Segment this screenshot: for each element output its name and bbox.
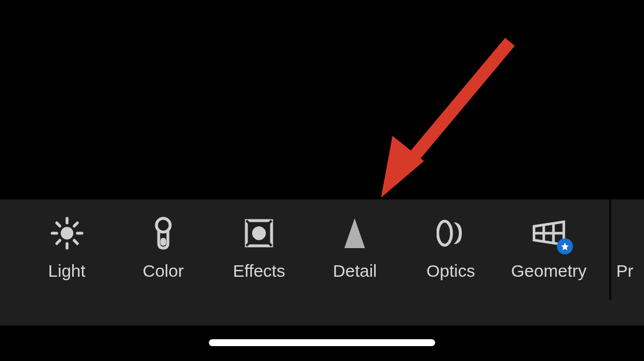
svg-point-14 [252, 226, 266, 240]
svg-rect-12 [160, 238, 166, 246]
svg-point-2 [61, 227, 73, 240]
detail-icon [342, 215, 367, 251]
light-icon [49, 215, 85, 251]
tool-label: Pr [616, 261, 633, 281]
color-icon [152, 215, 175, 251]
star-badge-icon [557, 238, 573, 254]
geometry-button[interactable]: Geometry [498, 215, 599, 281]
svg-line-8 [74, 241, 77, 244]
tool-label: Optics [426, 261, 475, 281]
preset-icon [616, 215, 633, 251]
svg-line-0 [402, 42, 510, 171]
toolbar-divider [609, 199, 611, 300]
light-button[interactable]: Light [0, 215, 115, 281]
effects-icon [244, 215, 274, 251]
tool-label: Effects [233, 261, 285, 281]
optics-icon [437, 215, 465, 251]
svg-line-7 [57, 223, 60, 226]
svg-line-9 [57, 241, 60, 244]
annotation-arrow [367, 37, 516, 209]
svg-point-16 [438, 221, 451, 245]
svg-marker-15 [344, 218, 365, 248]
svg-marker-1 [381, 136, 424, 198]
editing-toolbar: Light Color Effects Detail [0, 199, 644, 325]
preset-button-partial[interactable]: Pr [599, 215, 644, 281]
canvas-area [0, 0, 644, 199]
geometry-icon [532, 215, 566, 251]
home-indicator[interactable] [209, 339, 435, 346]
optics-button[interactable]: Optics [403, 215, 498, 281]
color-button[interactable]: Color [115, 215, 211, 281]
tool-label: Color [143, 261, 184, 281]
tool-label: Light [48, 261, 85, 281]
detail-button[interactable]: Detail [307, 215, 403, 281]
svg-line-10 [74, 223, 77, 226]
tool-label: Geometry [511, 261, 587, 281]
tool-label: Detail [333, 261, 377, 281]
effects-button[interactable]: Effects [211, 215, 307, 281]
